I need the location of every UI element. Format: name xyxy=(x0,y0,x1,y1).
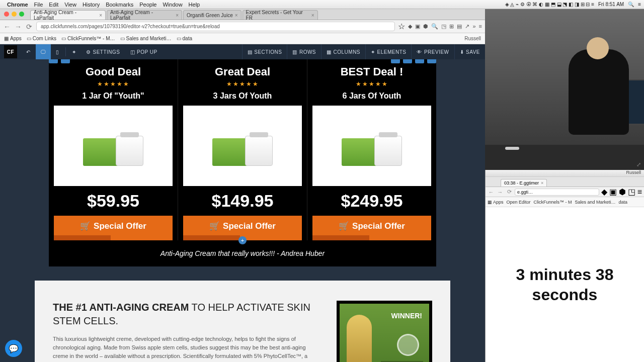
bm-apps[interactable]: ▦ Apps xyxy=(488,200,504,205)
pricing-col-2[interactable]: Great Deal ★★★★★ 3 Jars Of Youth $149.95… xyxy=(178,59,307,240)
pricing-col-1[interactable]: Good Deal ★★★★★ 1 Jar Of "Youth" $59.95 … xyxy=(49,59,178,240)
expand-icon[interactable]: ⤢ xyxy=(636,161,641,168)
cart-icon: 🛒 xyxy=(80,221,91,231)
ext-icon[interactable]: ⊞ xyxy=(449,23,454,30)
forward-button[interactable]: → xyxy=(497,189,504,195)
tab-0[interactable]: Anti-Aging Cream - LaParfait× xyxy=(30,10,106,20)
bm-item[interactable]: ClickFunnels™ - M xyxy=(534,200,572,205)
status-icons: ◈ ◬ ⌁ ⚙ ⦿ ⌘ ◐ ▦ ⬒ ⬓ ⬔ ◧ ◨ ⊞ ⊟ ≡ xyxy=(505,2,595,7)
rb-tab[interactable]: 03:38 - E.ggtimer× xyxy=(501,179,547,187)
menu-file[interactable]: File xyxy=(34,2,43,8)
reload-button[interactable]: ⟳ xyxy=(25,23,33,31)
window-controls[interactable] xyxy=(4,12,24,17)
preview-button[interactable]: 👁 PREVIEW xyxy=(411,44,454,59)
deal-sub: 6 Jars Of Youth xyxy=(312,92,431,101)
mac-menubar: Chrome File Edit View History Bookmarks … xyxy=(0,0,644,9)
ext-icon[interactable]: » xyxy=(472,23,475,30)
rb-address-bar[interactable] xyxy=(515,189,599,196)
close-icon[interactable]: × xyxy=(176,13,179,18)
ext-icon[interactable]: ▣ xyxy=(415,23,420,30)
tab-3[interactable]: Expert Secrets - Get Your FR× xyxy=(243,10,318,20)
pricing-section[interactable]: Good Deal ★★★★★ 1 Jar Of "Youth" $59.95 … xyxy=(49,59,436,266)
ext-icon[interactable]: ⬢ xyxy=(619,187,626,197)
bm-item[interactable]: ▭ data xyxy=(177,36,192,41)
columns-button[interactable]: ▦ COLUMNS xyxy=(321,44,365,59)
reload-button[interactable]: ⟳ xyxy=(506,189,513,195)
ext-icon[interactable]: ◳ xyxy=(441,23,446,30)
deal-title: Good Deal xyxy=(54,65,173,78)
bm-item[interactable]: ▭ ClickFunnels™ - M… xyxy=(61,36,115,41)
menu-help[interactable]: Help xyxy=(189,2,200,8)
menu-icon[interactable]: ≡ xyxy=(479,23,482,30)
desktop-view-button[interactable]: 🖵 xyxy=(36,44,51,59)
cf-logo[interactable]: CF xyxy=(4,45,17,58)
magic-button[interactable]: ✦ xyxy=(67,44,82,59)
menu-icon[interactable]: ≡ xyxy=(637,188,642,197)
notification-icon[interactable]: ≡ xyxy=(638,2,641,7)
bm-item[interactable]: ▭ Sales and Marketi… xyxy=(120,36,172,41)
sections-button[interactable]: ▤ SECTIONS xyxy=(242,44,287,59)
elements-button[interactable]: ✦ ELEMENTS xyxy=(365,44,411,59)
bm-apps[interactable]: ▦ Apps xyxy=(4,36,22,41)
close-icon[interactable]: × xyxy=(99,13,102,18)
ext-icon[interactable]: ↗ xyxy=(465,23,469,30)
add-element-marker[interactable]: + xyxy=(238,236,247,244)
menu-window[interactable]: Window xyxy=(163,2,182,8)
deal-price: $149.95 xyxy=(183,191,302,211)
editor-canvas[interactable]: Good Deal ★★★★★ 1 Jar Of "Youth" $59.95 … xyxy=(0,59,485,362)
close-icon[interactable]: × xyxy=(235,13,238,18)
address-bar[interactable] xyxy=(36,22,395,31)
extensions: ◆ ▣ ⬢ 🔍 ◳ ⊞ ▤ ↗ » ≡ xyxy=(408,23,482,30)
rows-button[interactable]: ▥ ROWS xyxy=(287,44,321,59)
award-winner-label: WINNER! xyxy=(391,312,422,320)
ext-icon[interactable]: 🔍 xyxy=(431,23,438,30)
menu-history[interactable]: History xyxy=(83,2,100,8)
deal-title: Great Deal xyxy=(183,65,302,78)
close-icon[interactable]: × xyxy=(541,180,543,186)
product-image xyxy=(54,106,173,186)
deal-sub: 1 Jar Of "Youth" xyxy=(54,92,173,101)
tab-2[interactable]: Organifi Green Juice× xyxy=(183,10,242,20)
section-heading: THE #1 ANTI-AGING CREAM TO HELP ACTIVATE… xyxy=(53,301,321,328)
ext-icon[interactable]: ⬢ xyxy=(423,23,428,30)
popup-button[interactable]: ◫ POP UP xyxy=(125,44,163,59)
back-button[interactable]: ← xyxy=(3,23,11,31)
product-image xyxy=(312,106,431,186)
chrome-user[interactable]: Russell xyxy=(464,36,481,41)
video-controls[interactable]: ⤢ xyxy=(485,145,644,170)
star-icon[interactable]: ☆ xyxy=(398,22,405,31)
pricing-col-3[interactable]: BEST Deal ! ★★★★★ 6 Jars Of Youth $249.9… xyxy=(307,59,436,240)
spotlight-icon[interactable]: 🔍 xyxy=(628,2,634,7)
tab-1[interactable]: Anti-Aging Cream - LaParfait× xyxy=(107,10,182,20)
menu-edit[interactable]: Edit xyxy=(49,2,58,8)
close-icon[interactable]: × xyxy=(311,13,314,18)
menu-view[interactable]: View xyxy=(64,2,76,8)
mobile-view-button[interactable]: ▯ xyxy=(51,44,64,59)
ext-icon[interactable]: ◆ xyxy=(408,23,412,30)
award-image: WINNER! BEST ACTIVE xyxy=(337,301,432,362)
bm-item[interactable]: Sales and Marketi… xyxy=(575,200,616,205)
content-section[interactable]: THE #1 ANTI-AGING CREAM TO HELP ACTIVATE… xyxy=(35,281,450,362)
settings-button[interactable]: ⚙ SETTINGS xyxy=(81,44,125,59)
menu-bookmarks[interactable]: Bookmarks xyxy=(106,2,133,8)
stars-icon: ★★★★★ xyxy=(54,80,173,87)
intercom-launcher[interactable]: 💬 xyxy=(5,340,22,357)
menu-people[interactable]: People xyxy=(139,2,156,8)
video-feed xyxy=(485,9,644,145)
ext-icon[interactable]: ▣ xyxy=(609,187,617,197)
special-offer-button[interactable]: 🛒Special Offer xyxy=(312,216,431,240)
product-image xyxy=(183,106,302,186)
bm-item[interactable]: Open Editor xyxy=(507,200,531,205)
back-button[interactable]: ← xyxy=(488,189,495,195)
video-window: ⤢ xyxy=(485,9,644,170)
forward-button[interactable]: → xyxy=(14,23,22,31)
undo-button[interactable]: ↶ xyxy=(21,44,36,59)
ext-icon[interactable]: ◳ xyxy=(628,187,635,197)
bm-item[interactable]: data xyxy=(619,200,628,205)
bm-item[interactable]: ▭ Com Links xyxy=(27,36,56,41)
menu-app[interactable]: Chrome xyxy=(7,2,28,8)
special-offer-button[interactable]: 🛒Special Offer xyxy=(54,216,173,240)
save-button[interactable]: ⬇ SAVE xyxy=(454,44,485,59)
ext-icon[interactable]: ▤ xyxy=(457,23,462,30)
ext-icon[interactable]: ◆ xyxy=(601,187,607,197)
